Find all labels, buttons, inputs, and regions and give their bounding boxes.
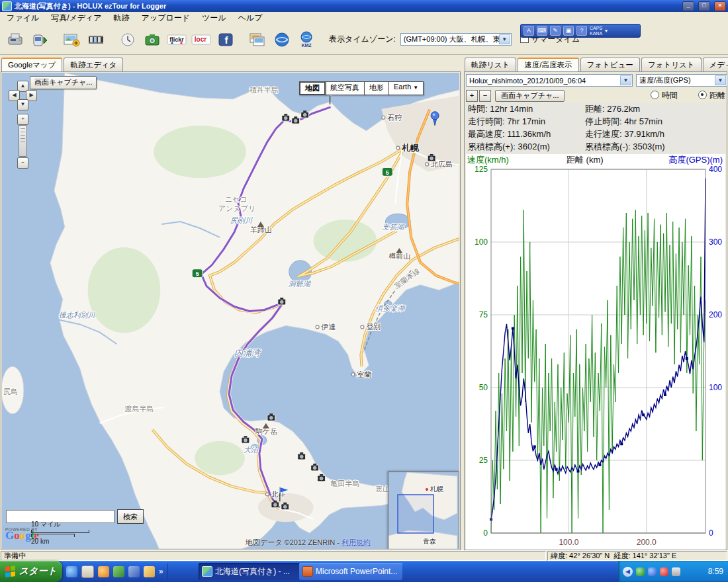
tray-update-icon[interactable] [660, 567, 668, 576]
left-axis-tick: 0 [483, 528, 488, 538]
menu-track[interactable]: 軌跡 [114, 13, 130, 24]
altitude-marker [512, 327, 514, 330]
quick-launch-mail-icon[interactable] [128, 566, 140, 577]
quick-launch-show-desktop-icon[interactable] [81, 565, 94, 578]
tab-track-list[interactable]: 軌跡リスト [465, 58, 516, 71]
maximize-button[interactable]: □ [698, 1, 710, 11]
quick-launch-firefox-icon[interactable] [98, 566, 109, 577]
menu-photo-media[interactable]: 写真/メディア [51, 13, 101, 24]
graph-zoom-in-button[interactable]: + [466, 90, 478, 102]
graph-mode-select[interactable]: 速度/高度(GPS) ▼ [636, 74, 727, 87]
add-photo-icon[interactable] [60, 27, 83, 52]
overview-inset-map[interactable]: 札幌 青森 [388, 472, 459, 549]
chart-header: 速度(km/h) 距離 (km) 高度(GPS)(m) [466, 154, 725, 165]
ime-help-icon[interactable]: ? [576, 26, 587, 36]
window-title: 北海道(写真付き) - HOLUX ezTour for Logger [15, 1, 166, 11]
time-shift-icon[interactable] [116, 27, 139, 52]
quick-launch-ie-icon[interactable] [66, 566, 77, 577]
app-icon [2, 1, 12, 11]
tab-photo-view[interactable]: フォトビュー [580, 58, 640, 71]
menu-upload[interactable]: アップロード [142, 13, 190, 24]
menu-help[interactable]: ヘルプ [238, 13, 263, 24]
minimize-button[interactable]: _ [682, 1, 694, 11]
camera-marker-icon[interactable] [292, 116, 300, 124]
quick-launch-overflow-icon[interactable]: » [159, 567, 163, 576]
map-label: 積丹半島 [250, 86, 279, 94]
tab-track-editor[interactable]: 軌跡エディタ [64, 58, 123, 71]
track-select[interactable]: Holux_nishimoto_2012/10/09_06:04 ▼ [466, 74, 633, 87]
maptype-terrain-button[interactable]: 地形 [364, 81, 389, 95]
facebook-icon[interactable]: f [214, 27, 237, 52]
left-axis-tick: 25 [479, 456, 488, 465]
close-button[interactable]: × [714, 1, 726, 11]
camera-marker-icon[interactable] [301, 110, 309, 118]
export-device-icon[interactable] [4, 27, 26, 52]
zoom-in-icon[interactable]: + [17, 114, 28, 125]
menu-tools[interactable]: ツール [202, 13, 226, 24]
radio-time[interactable]: 時間 [651, 91, 678, 100]
tab-speed-altitude[interactable]: 速度/高度表示 [518, 58, 578, 71]
read-device-icon[interactable] [28, 27, 51, 52]
hide-tray-icons-chevron[interactable]: ◀ [623, 567, 633, 577]
tab-photo-list[interactable]: フォトリスト [641, 58, 702, 71]
tab-media-list[interactable]: メディアリスト [703, 58, 728, 71]
locr-icon[interactable]: locr [190, 27, 212, 52]
tray-volume-icon[interactable] [672, 567, 680, 576]
google-earth-icon[interactable] [271, 27, 293, 52]
add-media-icon[interactable] [85, 27, 107, 52]
camera-marker-icon[interactable] [271, 501, 279, 508]
quick-launch-folder-icon[interactable] [144, 566, 155, 577]
terms-link[interactable]: 利用規約 [341, 538, 371, 546]
taskbar-task-holux[interactable]: 北海道(写真付き) - ... [199, 563, 302, 580]
tab-google-map[interactable]: Googleマップ [1, 58, 62, 71]
export-kmz-icon[interactable]: KMZ [295, 27, 318, 52]
camera-marker-icon[interactable] [282, 114, 290, 121]
inset-viewport[interactable] [398, 495, 433, 533]
maptype-map-button[interactable]: 地図 [299, 81, 326, 95]
ime-input-mode-icon[interactable]: A [523, 26, 534, 36]
camera-marker-icon[interactable] [242, 436, 250, 443]
chevron-down-icon[interactable]: ▼ [715, 75, 726, 85]
maptype-satellite-button[interactable]: 航空写真 [325, 81, 365, 95]
camera-marker-icon[interactable] [281, 503, 289, 510]
graph-zoom-out-button[interactable]: − [479, 90, 491, 102]
city-dot-icon [361, 325, 364, 329]
radio-distance[interactable]: 距離 [698, 91, 725, 100]
ime-minimize-icon[interactable]: ▾ [605, 28, 608, 34]
start-button[interactable]: スタート [0, 561, 62, 582]
camera-marker-icon[interactable] [311, 464, 319, 471]
taskbar-task-powerpoint[interactable]: Microsoft PowerPoint... [299, 563, 402, 580]
timezone-select[interactable]: (GMT+09:00) 大阪、札幌、東京 ▼ [400, 33, 512, 46]
menu-file[interactable]: ファイル [7, 13, 39, 24]
camera-marker-icon[interactable] [318, 474, 326, 481]
altitude-marker [533, 445, 536, 448]
chevron-down-icon[interactable]: ▼ [620, 75, 631, 85]
camera-marker-icon[interactable] [298, 452, 306, 460]
zoom-slider[interactable] [19, 125, 27, 157]
taskbar: スタート » 北海道(写真付き) - ... Microsoft PowerPo… [0, 561, 728, 582]
flickr-icon[interactable]: flickr [165, 27, 188, 52]
tray-antivirus-icon[interactable] [636, 567, 645, 576]
graph-capture-button[interactable]: 画面キャプチャ... [495, 90, 565, 102]
quick-launch-media-icon[interactable] [113, 566, 124, 577]
map-capture-button[interactable]: 画面キャプチャ... [30, 76, 97, 89]
radio-icon[interactable] [651, 91, 659, 99]
geotag-photo-icon[interactable] [141, 27, 163, 52]
radio-selected-icon[interactable] [698, 91, 707, 99]
maptype-earth-button[interactable]: Earth ▼ [388, 81, 424, 95]
photo-print-icon[interactable] [246, 27, 269, 52]
city-dot-icon [426, 163, 429, 166]
zoom-out-icon[interactable]: − [17, 157, 28, 169]
chevron-down-icon[interactable]: ▼ [499, 34, 510, 44]
tray-network-icon[interactable] [648, 567, 657, 576]
ime-dictionary-icon[interactable]: ▣ [563, 26, 574, 36]
pan-down-icon[interactable]: ▼ [17, 99, 28, 110]
map-canvas[interactable]: 55 積丹半島石狩札幌北広島ニセコアンヌプリ尻別川羊蹄山支笏湖樽前山室蘭本線洞爺… [2, 73, 459, 549]
camera-marker-icon[interactable] [278, 298, 286, 305]
map-search-button[interactable]: 検索 [117, 509, 144, 524]
camera-marker-icon[interactable] [267, 413, 275, 421]
ime-keyboard-icon[interactable]: ⌨ [537, 26, 547, 36]
ime-tools-icon[interactable]: ✎ [550, 26, 561, 36]
camera-marker-icon[interactable] [428, 154, 435, 161]
map-scale: 10 マイル 20 km [31, 520, 89, 545]
